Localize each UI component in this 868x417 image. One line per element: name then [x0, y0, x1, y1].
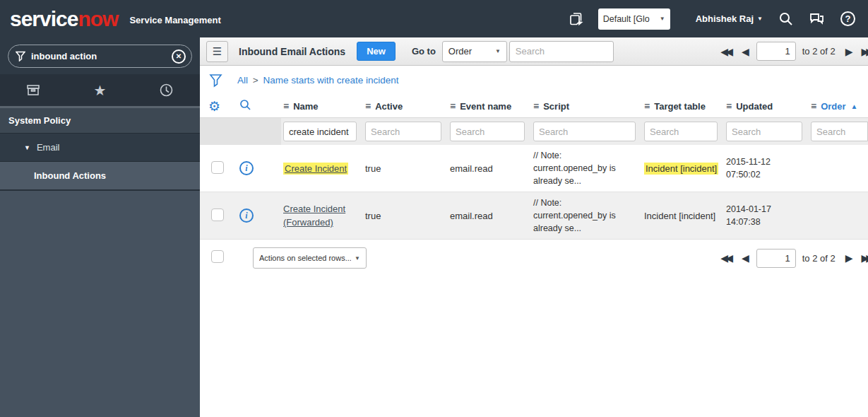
- order-filter-input[interactable]: [811, 122, 868, 141]
- row-checkbox[interactable]: [211, 161, 224, 174]
- active-filter-input[interactable]: [365, 122, 441, 141]
- info-icon[interactable]: i: [239, 208, 254, 223]
- sort-ascending-icon: ▲: [851, 102, 858, 110]
- goto-selected-value: Order: [448, 46, 492, 57]
- last-page-button[interactable]: ▶▶: [857, 252, 868, 264]
- user-name: Abhishek Raj: [696, 13, 754, 24]
- tab-all-applications[interactable]: [0, 83, 66, 98]
- logo-now-text: now: [78, 7, 118, 30]
- breadcrumb-separator: >: [253, 75, 258, 86]
- event-name-filter-input[interactable]: [450, 122, 525, 141]
- search-icon[interactable]: [239, 99, 251, 111]
- clock-icon: [159, 83, 174, 98]
- tab-favorites[interactable]: ★: [66, 82, 133, 99]
- help-icon[interactable]: ?: [840, 11, 855, 26]
- help-glyph: ?: [845, 13, 851, 24]
- nav-group-email[interactable]: ▼ Email: [0, 133, 200, 161]
- target-table-filter-input[interactable]: [644, 122, 718, 141]
- chevron-down-icon: ▼: [495, 48, 501, 54]
- actions-on-selected-rows-select[interactable]: Actions on selected rows... ▼: [253, 247, 367, 269]
- cell-target-table: Incident [incident]: [644, 211, 726, 221]
- column-label: Name: [293, 101, 318, 112]
- tab-history[interactable]: [133, 83, 200, 98]
- column-header-updated[interactable]: ≡Updated: [726, 100, 811, 112]
- first-page-button[interactable]: ◀◀: [716, 46, 737, 57]
- record-link-create-incident[interactable]: Create Incident: [283, 163, 348, 175]
- last-page-button[interactable]: ▶▶: [857, 46, 868, 57]
- list-search-row: [200, 118, 868, 145]
- list-context-menu-button[interactable]: ☰: [206, 41, 228, 62]
- row-checkbox[interactable]: [211, 208, 224, 221]
- navigator-tabs: ★: [0, 74, 200, 106]
- prev-page-button[interactable]: ◀: [737, 46, 754, 57]
- cell-script: // Note: current.opened_by is already se…: [533, 149, 644, 187]
- header-gear-cell: ⚙: [208, 98, 239, 114]
- column-label: Script: [543, 101, 569, 112]
- column-header-event-name[interactable]: ≡Event name: [450, 100, 533, 112]
- cell-script: // Note: current.opened_by is already se…: [533, 196, 644, 235]
- header-search-cell: [239, 99, 283, 114]
- highlighted-target-table: Incident [incident]: [644, 163, 718, 175]
- actions-select-label: Actions on selected rows...: [259, 254, 351, 262]
- page-range-label: to 2 of 2: [802, 253, 836, 264]
- chevron-down-icon: ▼: [660, 16, 665, 22]
- collapse-triangle-icon: ▼: [24, 144, 30, 151]
- column-menu-icon[interactable]: ≡: [644, 100, 650, 112]
- column-header-target-table[interactable]: ≡Target table: [644, 100, 726, 112]
- nav-item-inbound-actions[interactable]: Inbound Actions: [0, 161, 200, 189]
- user-menu[interactable]: Abhishek Raj ▼: [696, 13, 763, 24]
- chevron-down-icon: ▼: [355, 255, 360, 262]
- chat-icon[interactable]: [809, 11, 825, 26]
- servicenow-logo: servicenow: [10, 8, 118, 30]
- new-button[interactable]: New: [357, 42, 396, 61]
- page-number-input[interactable]: [756, 42, 796, 61]
- column-menu-icon[interactable]: ≡: [450, 100, 456, 112]
- update-set-select[interactable]: Default [Glo ▼: [598, 8, 670, 30]
- breadcrumb: All > Name starts with create incident: [200, 66, 868, 95]
- prev-page-button[interactable]: ◀: [737, 252, 754, 264]
- global-search-icon[interactable]: [778, 11, 793, 26]
- first-page-button[interactable]: ◀◀: [716, 252, 737, 264]
- info-icon[interactable]: i: [239, 161, 254, 175]
- column-menu-icon[interactable]: ≡: [283, 100, 289, 112]
- column-header-order[interactable]: ≡Order▲: [811, 100, 868, 112]
- next-page-button[interactable]: ▶: [841, 46, 857, 57]
- star-icon: ★: [94, 82, 107, 99]
- goto-search-input[interactable]: [509, 41, 614, 62]
- info-glyph: i: [245, 211, 247, 221]
- update-set-value: Default [Glo: [603, 14, 656, 24]
- goto-column-select[interactable]: Order ▼: [442, 41, 507, 62]
- app-label: Service Management: [129, 15, 220, 25]
- column-menu-icon[interactable]: ≡: [365, 100, 371, 112]
- update-set-picker-icon[interactable]: [569, 11, 584, 26]
- record-link-create-incident-forwarded[interactable]: Create Incident (Forwarded): [283, 204, 345, 228]
- cell-active: true: [365, 211, 450, 221]
- list-header-row: ⚙ ≡Name ≡Active ≡Event name ≡Script ≡Tar…: [200, 95, 868, 118]
- list-pane: ☰ Inbound Email Actions New Go to Order …: [200, 37, 868, 417]
- table-row: i Create Incident (Forwarded) true email…: [200, 192, 868, 240]
- script-filter-input[interactable]: [533, 122, 636, 141]
- application-navigator: inbound action ✕ ★ System Policy ▼ Email…: [0, 37, 200, 417]
- top-pagination: ◀◀ ◀ to 2 of 2 ▶ ▶▶: [716, 42, 868, 61]
- archive-box-icon: [25, 83, 41, 98]
- column-menu-icon[interactable]: ≡: [811, 100, 816, 112]
- filter-funnel-icon[interactable]: [209, 74, 222, 88]
- breadcrumb-all-link[interactable]: All: [237, 75, 248, 86]
- page-number-input[interactable]: [756, 249, 796, 268]
- gear-icon[interactable]: ⚙: [208, 99, 220, 114]
- content: inbound action ✕ ★ System Policy ▼ Email…: [0, 37, 868, 417]
- select-all-checkbox[interactable]: [211, 250, 224, 263]
- column-menu-icon[interactable]: ≡: [726, 100, 732, 112]
- name-filter-input[interactable]: [283, 122, 357, 141]
- updated-filter-input[interactable]: [726, 122, 802, 141]
- column-header-name[interactable]: ≡Name: [283, 100, 365, 112]
- navigator-filter-input[interactable]: inbound action ✕: [8, 45, 192, 68]
- next-page-button[interactable]: ▶: [841, 252, 857, 264]
- clear-filter-icon[interactable]: ✕: [172, 49, 186, 64]
- cell-updated: 2015-11-12 07:50:02: [726, 155, 811, 181]
- column-header-active[interactable]: ≡Active: [365, 100, 450, 112]
- nav-search-wrap: inbound action ✕: [0, 37, 200, 74]
- column-header-script[interactable]: ≡Script: [533, 100, 644, 112]
- column-menu-icon[interactable]: ≡: [533, 100, 539, 112]
- breadcrumb-condition-link[interactable]: Name starts with create incident: [263, 75, 398, 86]
